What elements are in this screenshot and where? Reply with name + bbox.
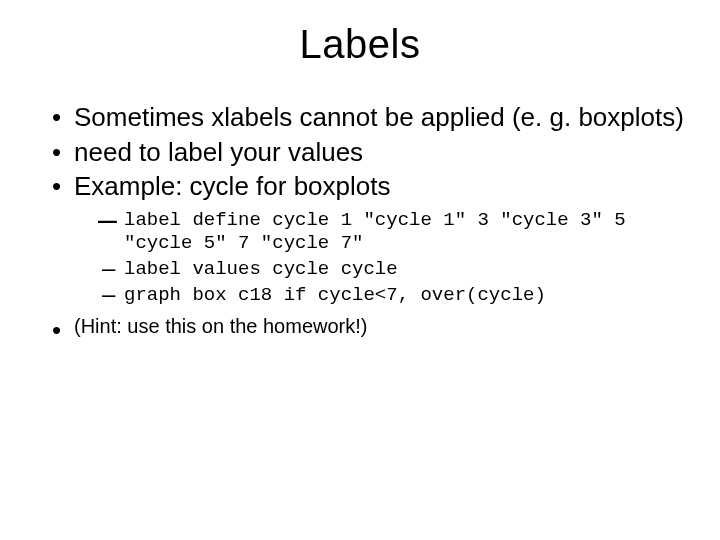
bullet-item: Example: cycle for boxplots label define… (52, 170, 692, 308)
bullet-list: Sometimes xlabels cannot be applied (e. … (28, 101, 692, 339)
code-text: label define cycle 1 "cycle 1" 3 "cycle … (124, 209, 626, 255)
bullet-text: Sometimes xlabels cannot be applied (e. … (74, 102, 684, 132)
bullet-item: need to label your values (52, 136, 692, 169)
bullet-text: (Hint: use this on the homework!) (74, 315, 367, 337)
bullet-text: need to label your values (74, 137, 363, 167)
slide: Labels Sometimes xlabels cannot be appli… (0, 0, 720, 540)
code-text: graph box c18 if cycle<7, over(cycle) (124, 284, 546, 306)
code-text: label values cycle cycle (124, 258, 398, 280)
bullet-item-hint: (Hint: use this on the homework!) (52, 314, 692, 339)
bullet-item: Sometimes xlabels cannot be applied (e. … (52, 101, 692, 134)
code-line: label define cycle 1 "cycle 1" 3 "cycle … (102, 209, 692, 257)
code-line: graph box c18 if cycle<7, over(cycle) (102, 284, 692, 308)
code-list: label define cycle 1 "cycle 1" 3 "cycle … (74, 209, 692, 308)
bullet-text: Example: cycle for boxplots (74, 171, 390, 201)
slide-title: Labels (28, 22, 692, 67)
code-line: label values cycle cycle (102, 258, 692, 282)
